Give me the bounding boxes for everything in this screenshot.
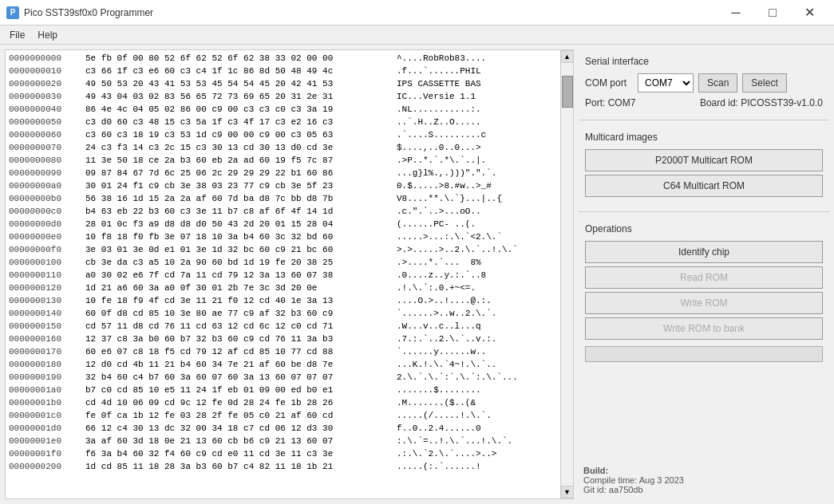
hex-bytes: 12 d0 cd 4b 11 21 b4 60 34 7e 21 af 60 b… bbox=[85, 358, 397, 371]
compile-time: Compile time: Aug 3 2023 bbox=[583, 475, 824, 485]
table-row: 0000000180 12 d0 cd 4b 11 21 b4 60 34 7e… bbox=[9, 358, 557, 371]
table-row: 0000000170 60 e6 07 c8 18 f5 cd 79 12 af… bbox=[9, 345, 557, 358]
git-id: Git id: aa750db bbox=[583, 485, 824, 494]
table-row: 00000001a0 b7 c0 cd 85 10 e5 11 24 1f eb… bbox=[9, 384, 557, 396]
table-row: 0000000110 a0 30 02 e6 7f cd 7a 11 cd 79… bbox=[9, 269, 557, 282]
hex-ascii: .0....z..y.:.`..8 bbox=[397, 269, 486, 282]
hex-ascii: 2.\.`.\.`:`.\.`:.\.`... bbox=[397, 371, 518, 384]
hex-bytes: 5e fb 0f 00 80 52 6f 62 52 6f 62 38 33 0… bbox=[85, 52, 397, 65]
hex-ascii: $....,..0..0...> bbox=[397, 141, 481, 154]
table-row: 0000000060 c3 60 c3 18 19 c3 53 1d c9 00… bbox=[9, 128, 557, 141]
menu-help[interactable]: Help bbox=[31, 28, 64, 42]
hex-ascii: .....(:.`......! bbox=[397, 460, 481, 473]
board-id-label: Board id: PICOSST39-v1.0.0 bbox=[700, 97, 823, 108]
hex-ascii: :.\.`=..!.\.`...!.\.`. bbox=[397, 435, 512, 447]
hex-ascii: f..0..2.4......0 bbox=[397, 422, 481, 435]
hex-ascii: .W...v..c..l...q bbox=[397, 320, 481, 333]
read-rom-button[interactable]: Read ROM bbox=[585, 266, 823, 289]
hex-panel-inner: 0000000000 5e fb 0f 00 80 52 6f 62 52 6f… bbox=[6, 50, 573, 498]
minimize-button[interactable]: ─ bbox=[717, 0, 754, 26]
hex-address: 0000000140 bbox=[9, 307, 85, 320]
scroll-down-arrow[interactable]: ▼ bbox=[561, 486, 574, 498]
window-controls: ─ □ ✕ bbox=[717, 0, 828, 26]
hex-bytes: 3a af 60 3d 18 0e 21 13 60 cb b6 c9 21 1… bbox=[85, 435, 397, 447]
hex-scroll-area[interactable]: 0000000000 5e fb 0f 00 80 52 6f 62 52 6f… bbox=[6, 50, 560, 498]
table-row: 0000000070 24 c3 f3 14 c3 2c 15 c3 30 13… bbox=[9, 141, 557, 154]
table-row: 0000000090 09 87 84 67 7d 6c 25 06 2c 29… bbox=[9, 167, 557, 179]
port-info-row: Port: COM7 Board id: PICOSST39-v1.0.0 bbox=[585, 97, 823, 108]
table-row: 00000001c0 fe 0f ca 1b 12 fe 03 28 2f fe… bbox=[9, 409, 557, 422]
write-rom-button[interactable]: Write ROM bbox=[585, 292, 823, 314]
hex-ascii: IC...Versie 1.1 bbox=[397, 90, 476, 103]
hex-ascii: .:.\.`2.\.`....>..> bbox=[397, 447, 496, 460]
hex-address: 00000001a0 bbox=[9, 384, 85, 396]
maximize-button[interactable]: □ bbox=[754, 0, 791, 26]
hex-panel: 0000000000 5e fb 0f 00 80 52 6f 62 52 6f… bbox=[5, 49, 574, 499]
c64-multicart-button[interactable]: C64 Multicart ROM bbox=[585, 175, 823, 197]
table-row: 0000000030 49 43 04 03 02 83 56 65 72 73… bbox=[9, 90, 557, 103]
table-row: 0000000050 c3 d0 60 c3 48 15 c3 5a 1f c3… bbox=[9, 116, 557, 128]
hex-address: 00000001d0 bbox=[9, 422, 85, 435]
hex-address: 0000000130 bbox=[9, 294, 85, 307]
menu-bar: File Help bbox=[0, 26, 834, 45]
hex-bytes: cd 57 11 d8 cd 76 11 cd 63 12 cd 6c 12 c… bbox=[85, 320, 397, 333]
scroll-up-arrow[interactable]: ▲ bbox=[561, 50, 574, 63]
hex-ascii: ....O.>..!....@.:. bbox=[397, 294, 492, 307]
divider-1 bbox=[579, 120, 829, 120]
com-port-label: COM port bbox=[585, 77, 633, 89]
hex-ascii: ^....RobRob83.... bbox=[397, 52, 486, 65]
table-row: 00000000f0 3e 03 01 3e 0d e1 01 3e 1d 32… bbox=[9, 243, 557, 256]
hex-address: 0000000200 bbox=[9, 460, 85, 473]
table-row: 0000000130 10 fe 18 f9 4f cd 3e 11 21 f0… bbox=[9, 294, 557, 307]
hex-bytes: 49 43 04 03 02 83 56 65 72 73 69 65 20 3… bbox=[85, 90, 397, 103]
hex-bytes: 1d cd 85 11 18 28 3a b3 60 b7 c4 82 11 1… bbox=[85, 460, 397, 473]
close-button[interactable]: ✕ bbox=[791, 0, 828, 26]
hex-address: 0000000060 bbox=[9, 128, 85, 141]
hex-address: 00000000a0 bbox=[9, 179, 85, 192]
table-row: 00000000b0 56 38 16 1d 15 2a 2a af 60 7d… bbox=[9, 192, 557, 205]
hex-ascii: .`....S.........c bbox=[397, 128, 486, 141]
hex-bytes: b7 c0 cd 85 10 e5 11 24 1f eb 01 09 00 e… bbox=[85, 384, 397, 396]
hex-bytes: c3 60 c3 18 19 c3 53 1d c9 00 00 c9 00 c… bbox=[85, 128, 397, 141]
operations-section: Operations Identify chip Read ROM Write … bbox=[579, 217, 829, 368]
title-bar: P Pico SST39sf0x0 Programmer ─ □ ✕ bbox=[0, 0, 834, 26]
hex-address: 0000000170 bbox=[9, 345, 85, 358]
hex-bytes: 24 c3 f3 14 c3 2c 15 c3 30 13 cd 30 13 d… bbox=[85, 141, 397, 154]
hex-ascii: .NL...........:. bbox=[397, 103, 481, 116]
hex-ascii: .>P..*.`.*\.`..|. bbox=[397, 154, 486, 167]
hex-address: 00000000b0 bbox=[9, 192, 85, 205]
hex-ascii: IPS CASSETTE BAS bbox=[397, 77, 481, 90]
hex-address: 0000000120 bbox=[9, 282, 85, 294]
com-port-select[interactable]: COM7 bbox=[638, 73, 694, 93]
hex-ascii: .c.".`..>...oO.. bbox=[397, 205, 481, 218]
identify-chip-button[interactable]: Identify chip bbox=[585, 241, 823, 263]
main-content: 0000000000 5e fb 0f 00 80 52 6f 62 52 6f… bbox=[0, 45, 834, 504]
hex-ascii: (......PC- ..(. bbox=[397, 218, 476, 230]
hex-ascii: .....>...:.\.`<2.\.` bbox=[397, 230, 502, 243]
table-row: 0000000160 12 37 c8 3a b0 60 b7 32 b3 60… bbox=[9, 333, 557, 345]
operations-section-title: Operations bbox=[585, 223, 823, 234]
scan-button[interactable]: Scan bbox=[698, 73, 737, 93]
hex-address: 0000000030 bbox=[9, 90, 85, 103]
hex-address: 0000000010 bbox=[9, 65, 85, 77]
select-button[interactable]: Select bbox=[742, 73, 786, 93]
scroll-thumb[interactable] bbox=[562, 76, 573, 108]
table-row: 0000000190 32 b4 60 c4 b7 60 3a 60 07 60… bbox=[9, 371, 557, 384]
hex-address: 0000000000 bbox=[9, 52, 85, 65]
hex-address: 0000000110 bbox=[9, 269, 85, 282]
hex-bytes: fe 0f ca 1b 12 fe 03 28 2f fe 05 c0 21 a… bbox=[85, 409, 397, 422]
progress-bar bbox=[585, 346, 823, 362]
menu-file[interactable]: File bbox=[3, 28, 31, 42]
hex-ascii: V8....**.\.`}...|..{ bbox=[397, 192, 502, 205]
hex-bytes: 66 12 c4 30 13 dc 32 00 34 18 c7 cd 06 1… bbox=[85, 422, 397, 435]
hex-ascii: .f...`......PHIL bbox=[397, 65, 481, 77]
serial-section-title: Serial interface bbox=[585, 56, 823, 67]
p2000t-multicart-button[interactable]: P2000T Multicart ROM bbox=[585, 149, 823, 171]
hex-bytes: 49 50 53 20 43 41 53 53 45 54 54 45 20 4… bbox=[85, 77, 397, 90]
write-rom-to-bank-button[interactable]: Write ROM to bank bbox=[585, 317, 823, 340]
hex-address: 00000000e0 bbox=[9, 230, 85, 243]
hex-address: 00000000d0 bbox=[9, 218, 85, 230]
table-row: 00000000e0 10 f8 18 f0 fb 3e 07 18 10 3a… bbox=[9, 230, 557, 243]
hex-bytes: 11 3e 50 18 ce 2a b3 60 eb 2a ad 60 19 f… bbox=[85, 154, 397, 167]
build-info: Build: Compile time: Aug 3 2023 Git id: … bbox=[579, 461, 829, 499]
